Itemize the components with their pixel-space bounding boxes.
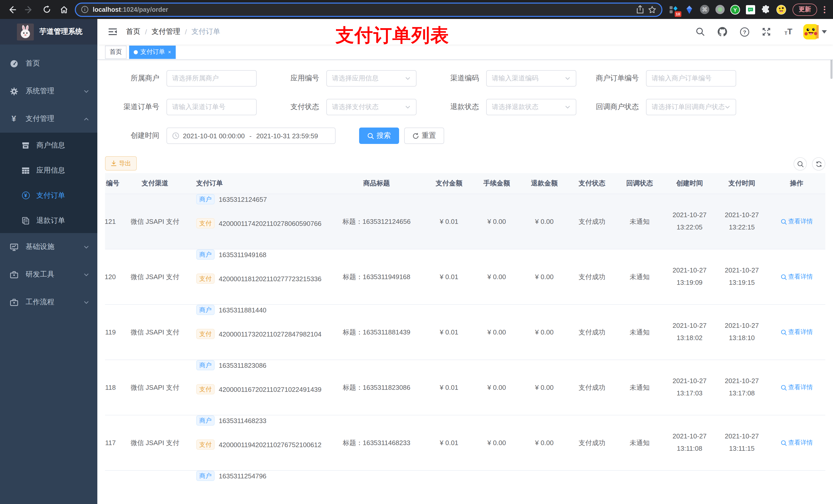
- column-header: 支付状态: [568, 173, 616, 194]
- refund-status-select[interactable]: 请选择退款状态: [486, 99, 576, 115]
- action-cell: [768, 471, 825, 504]
- update-button[interactable]: 更新: [792, 3, 817, 16]
- fee-cell: ¥ 0.00: [473, 305, 521, 360]
- sidebar-item-label: 支付订单: [37, 191, 65, 200]
- view-detail-link[interactable]: 查看详情: [781, 328, 813, 337]
- app-logo-row[interactable]: 芋道管理系统: [0, 19, 97, 45]
- merchant-input[interactable]: 请选择所属商户: [166, 70, 257, 87]
- channel-code-select[interactable]: 请输入渠道编码: [486, 70, 576, 87]
- refund-cell: ¥ 0.00: [521, 249, 568, 304]
- url-bar[interactable]: localhost:1024/pay/order: [75, 2, 662, 17]
- column-header: 回调状态: [616, 173, 663, 194]
- action-cell: 查看详情: [768, 360, 825, 415]
- title-cell: 标题：1635311949168: [328, 249, 425, 304]
- sidebar-item-payment[interactable]: ¥ 支付管理: [0, 105, 97, 133]
- view-detail-link[interactable]: 查看详情: [781, 383, 813, 392]
- order-no-line: 商户1635311468233: [196, 415, 266, 426]
- pay-status-select[interactable]: 请选择支付状态: [326, 99, 416, 115]
- fontsize-icon[interactable]: [779, 23, 798, 41]
- tag-label: 首页: [110, 48, 122, 56]
- screen: localhost:1024/pay/order 10 ⌘ Y: [0, 0, 833, 504]
- merchant-order-no-input[interactable]: 请输入商户订单编号: [646, 70, 736, 87]
- extension-dot-icon[interactable]: [715, 4, 725, 15]
- app-select[interactable]: 请选择应用信息: [326, 70, 416, 87]
- reload-icon[interactable]: [40, 3, 53, 16]
- view-detail-link[interactable]: 查看详情: [781, 438, 813, 447]
- extension-puzzle-icon[interactable]: [761, 4, 771, 15]
- pay-status-cell: 支付成功: [568, 305, 616, 360]
- github-icon[interactable]: [713, 23, 732, 41]
- home-icon[interactable]: [57, 3, 71, 16]
- sidebar-item-label: 应用信息: [37, 166, 65, 175]
- share-icon[interactable]: [636, 5, 644, 14]
- channel-order-no-input[interactable]: 请输入渠道订单号: [166, 99, 257, 115]
- view-detail-link[interactable]: 查看详情: [781, 217, 813, 226]
- user-menu[interactable]: [803, 24, 827, 40]
- extension-command-icon[interactable]: ⌘: [699, 4, 710, 15]
- sidebar-item-workflow[interactable]: 工作流程: [0, 288, 97, 316]
- caret-down-icon: [822, 30, 827, 33]
- forward-icon[interactable]: [23, 3, 36, 16]
- channel-cell: 微信 JSAPI 支付: [120, 249, 190, 304]
- fullscreen-icon[interactable]: [757, 23, 776, 41]
- title-cell: [328, 471, 425, 504]
- create-time-range-picker[interactable]: 2021-10-01 00:00:00 - 2021-10-31 23:59:5…: [166, 127, 336, 144]
- browser-menu-icon[interactable]: [821, 6, 828, 13]
- clock-icon: [172, 132, 179, 139]
- breadcrumb-payment[interactable]: 支付管理: [152, 27, 180, 37]
- order-number: 1635311881440: [219, 306, 266, 314]
- profile-emoji-icon[interactable]: [776, 4, 786, 15]
- back-icon[interactable]: [5, 3, 19, 16]
- order-no-cell: 商户1635311881440支付42000011732021102728479…: [190, 305, 328, 360]
- yen-icon: ¥: [9, 115, 19, 123]
- extension-chat-icon[interactable]: [745, 4, 756, 15]
- sidebar-item-dev-tools[interactable]: 研发工具: [0, 261, 97, 288]
- app-title: 芋道管理系统: [40, 27, 82, 37]
- search-button[interactable]: 搜索: [359, 127, 399, 144]
- url-text: localhost:1024/pay/order: [93, 6, 632, 13]
- refresh-table-button[interactable]: [812, 157, 825, 171]
- sidebar-item-pay-order[interactable]: ¥ 支付订单: [0, 183, 97, 208]
- tag-home[interactable]: 首页: [105, 45, 126, 58]
- collapse-sidebar-icon[interactable]: [103, 27, 122, 37]
- extension-y-icon[interactable]: Y: [730, 4, 740, 15]
- sidebar-menu: 首页 系统管理 ¥ 支付管理 商户信息: [0, 45, 97, 316]
- notify-status-cell: 未通知: [616, 360, 663, 415]
- help-icon[interactable]: ?: [735, 23, 754, 41]
- filter-form: 所属商户 请选择所属商户 应用编号 请选择应用信息 渠道编码 请输入渠道编码: [105, 70, 825, 144]
- sidebar-item-infra[interactable]: 基础设施: [0, 233, 97, 261]
- action-cell: 查看详情: [768, 305, 825, 360]
- search-icon[interactable]: [691, 23, 710, 41]
- site-info-icon[interactable]: [81, 6, 89, 13]
- filter-label-app: 应用编号: [265, 74, 326, 83]
- column-header: 商品标题: [328, 173, 425, 194]
- reset-button[interactable]: 重置: [404, 127, 444, 144]
- extension-gem-icon[interactable]: [684, 4, 694, 15]
- pay-status-cell: 支付成功: [568, 360, 616, 415]
- sidebar-item-refund-order[interactable]: 退款订单: [0, 208, 97, 233]
- tags-view: 首页 支付订单 ×: [97, 45, 833, 60]
- sidebar-item-app-info[interactable]: 应用信息: [0, 158, 97, 183]
- document-icon: [21, 216, 30, 224]
- export-button[interactable]: 导出: [105, 156, 137, 171]
- amount-cell: ¥ 0.01: [425, 194, 473, 249]
- notify-status-select[interactable]: 请选择订单回调商户状态: [646, 99, 736, 115]
- bookmark-star-icon[interactable]: [648, 5, 656, 14]
- extension-icon[interactable]: 10: [669, 4, 679, 15]
- sidebar-item-home[interactable]: 首页: [0, 50, 97, 77]
- magnifier-icon: [797, 161, 804, 167]
- merchant-tag: 商户: [196, 249, 215, 260]
- view-detail-link[interactable]: 查看详情: [781, 272, 813, 281]
- breadcrumb-home[interactable]: 首页: [126, 27, 140, 37]
- tag-close-icon[interactable]: ×: [168, 49, 171, 55]
- sidebar-item-merchant-info[interactable]: 商户信息: [0, 133, 97, 158]
- monitor-icon: [9, 242, 19, 251]
- sidebar-item-system[interactable]: 系统管理: [0, 77, 97, 105]
- sidebar-item-label: 基础设施: [26, 242, 84, 251]
- order-no-line: 支付4200001194202110276752100612: [196, 439, 322, 450]
- toggle-search-button[interactable]: [793, 157, 807, 171]
- tag-pay-order[interactable]: 支付订单 ×: [129, 45, 176, 58]
- column-header: 支付时间: [716, 173, 768, 194]
- toolbox-icon: [9, 270, 19, 279]
- order-number: 4200001174202110278060590766: [219, 219, 322, 227]
